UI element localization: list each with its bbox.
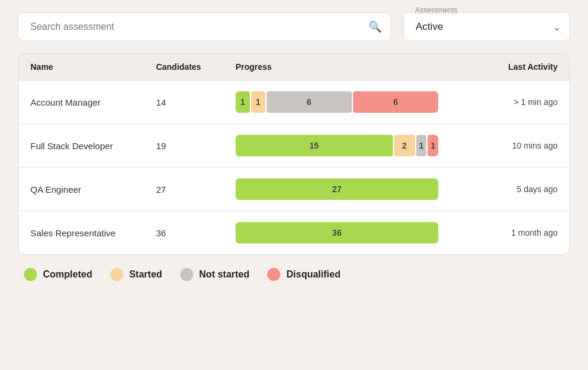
legend-dot-completed [24, 268, 37, 281]
table-row: Account Manager141166> 1 min ago [18, 81, 570, 124]
cell-progress: 1166 [224, 81, 485, 124]
table-row: Sales Representative36361 month ago [18, 211, 570, 255]
bar-segment-started: 1 [251, 91, 265, 113]
top-bar: 🔍 Assessments Active Archived Draft ⌄ [18, 12, 570, 41]
cell-last-activity: 10 mins ago [485, 124, 570, 168]
legend-label-not_started: Not started [199, 269, 249, 280]
cell-progress: 36 [224, 211, 485, 255]
bar-segment-completed: 15 [236, 135, 393, 156]
legend-item-started: Started [110, 268, 162, 281]
cell-progress: 15211 [224, 124, 485, 168]
cell-name: Full Stack Developer [18, 124, 144, 168]
assessments-select[interactable]: Active Archived Draft [403, 12, 570, 41]
cell-candidates: 36 [144, 211, 224, 255]
table-row: QA Engineer27275 days ago [18, 168, 570, 211]
legend-dot-not_started [180, 268, 193, 281]
assessments-dropdown: Assessments Active Archived Draft ⌄ [403, 12, 570, 41]
bar-segment-disqualified: 1 [428, 135, 438, 156]
legend-label-started: Started [129, 269, 162, 280]
legend-label-disqualified: Disqualified [286, 269, 341, 280]
search-input[interactable] [18, 13, 391, 41]
bar-segment-not_started: 1 [416, 135, 427, 156]
cell-candidates: 14 [144, 81, 224, 124]
col-header-progress: Progress [224, 54, 485, 81]
cell-name: Sales Representative [18, 211, 144, 255]
cell-last-activity: 5 days ago [485, 168, 570, 211]
legend-dot-disqualified [267, 268, 280, 281]
search-icon: 🔍 [369, 20, 382, 33]
bar-segment-completed: 27 [236, 178, 438, 200]
legend-label-completed: Completed [43, 269, 92, 280]
bar-segment-completed: 36 [236, 222, 438, 243]
col-header-candidates: Candidates [144, 54, 224, 81]
cell-candidates: 19 [144, 124, 224, 168]
legend-item-disqualified: Disqualified [267, 268, 341, 281]
cell-progress: 27 [224, 168, 485, 211]
bar-segment-started: 2 [394, 135, 415, 156]
assessments-table-container: Name Candidates Progress Last Activity A… [18, 53, 570, 255]
legend-dot-started [110, 268, 123, 281]
cell-name: QA Engineer [18, 168, 144, 211]
legend: CompletedStartedNot startedDisqualified [18, 268, 570, 281]
cell-name: Account Manager [18, 81, 144, 124]
col-header-last-activity: Last Activity [485, 54, 570, 81]
legend-item-not_started: Not started [180, 268, 249, 281]
legend-item-completed: Completed [24, 268, 92, 281]
assessments-table: Name Candidates Progress Last Activity A… [18, 54, 570, 254]
assessments-label: Assessments [411, 6, 461, 14]
cell-candidates: 27 [144, 168, 224, 211]
bar-segment-completed: 1 [236, 91, 250, 113]
table-row: Full Stack Developer191521110 mins ago [18, 124, 570, 168]
cell-last-activity: > 1 min ago [485, 81, 570, 124]
col-header-name: Name [18, 54, 144, 81]
table-header-row: Name Candidates Progress Last Activity [18, 54, 570, 81]
search-container: 🔍 [18, 13, 391, 41]
bar-segment-not_started: 6 [267, 91, 352, 113]
cell-last-activity: 1 month ago [485, 211, 570, 255]
bar-segment-disqualified: 6 [353, 91, 438, 113]
